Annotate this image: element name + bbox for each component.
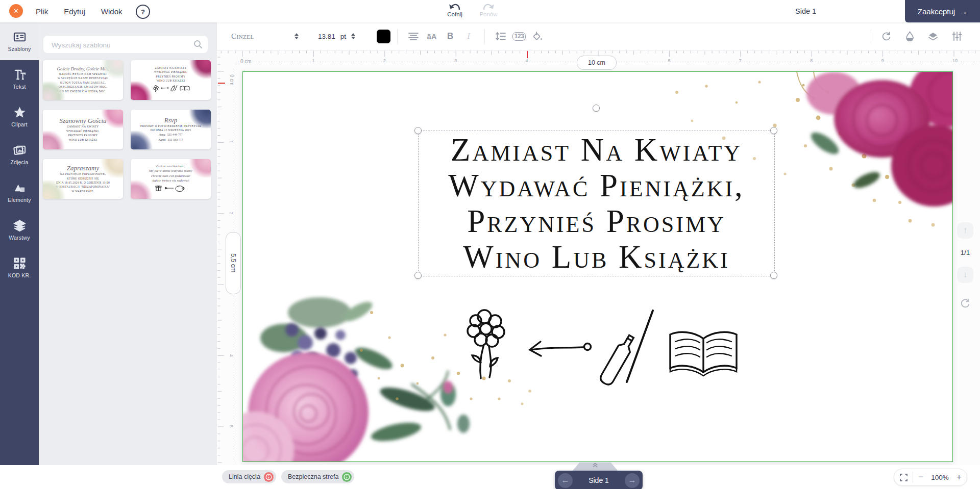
font-size-control[interactable]: 13.81 pt bbox=[318, 33, 355, 40]
text-color-swatch[interactable] bbox=[377, 30, 390, 43]
floral-corner-decoration bbox=[188, 60, 211, 79]
ruler-h-number: 6 bbox=[668, 58, 670, 63]
selection-handle-top-right[interactable] bbox=[770, 127, 777, 134]
font-size-unit: pt bbox=[340, 33, 346, 40]
current-side-label: Side 1 bbox=[795, 0, 816, 22]
qrcode-icon bbox=[13, 257, 26, 270]
font-size-value: 13.81 bbox=[318, 33, 335, 40]
sidebar-item-warstwy[interactable]: Warstwy bbox=[0, 211, 39, 249]
template-thumbnail-6[interactable]: Goście nasi kochani,My już w domu wszyst… bbox=[131, 159, 211, 199]
numbered-list-icon: 123 bbox=[512, 32, 526, 41]
rose-flower bbox=[243, 352, 369, 461]
align-center-button[interactable] bbox=[404, 27, 423, 45]
canvas-text-line: Zamiast Na Kwiaty bbox=[448, 132, 745, 168]
sidebar-item-clipart[interactable]: Clipart bbox=[0, 98, 39, 136]
sidebar-item-kod-kr[interactable]: KOD KR. bbox=[0, 249, 39, 287]
selection-handle-top-left[interactable] bbox=[414, 127, 422, 134]
layers-icon bbox=[928, 32, 938, 41]
ruler-h-number: 10 bbox=[952, 58, 958, 63]
photos-icon bbox=[13, 144, 26, 157]
canvas-text: Zamiast Na KwiatyWydawać Pieniążki,Przyn… bbox=[448, 132, 745, 275]
sidebar: Szablony Tekst Clipart Zdjęcia Elementy … bbox=[0, 22, 39, 489]
fill-color-button[interactable] bbox=[528, 27, 547, 45]
rotation-handle[interactable] bbox=[593, 105, 600, 112]
accept-button[interactable]: Zaakceptuj → bbox=[905, 0, 980, 22]
numbered-list-button[interactable]: 123 bbox=[510, 27, 528, 45]
layers-icon bbox=[13, 219, 26, 232]
search-input[interactable] bbox=[51, 36, 190, 54]
zoom-level: 100% bbox=[928, 474, 951, 481]
refresh-icon bbox=[960, 298, 970, 308]
selected-text-element[interactable]: Zamiast Na KwiatyWydawać Pieniążki,Przyn… bbox=[418, 131, 775, 276]
fit-screen-button[interactable] bbox=[894, 474, 913, 481]
next-side-button[interactable]: → bbox=[625, 473, 640, 488]
selection-handle-bottom-right[interactable] bbox=[770, 272, 777, 279]
refresh-button[interactable] bbox=[960, 298, 970, 311]
page-down-button[interactable]: ↓ bbox=[957, 267, 973, 283]
menu-plik[interactable]: Plik bbox=[36, 7, 48, 16]
selection-handle-bottom-left[interactable] bbox=[414, 272, 422, 279]
template-thumbnail-3[interactable]: Szanowny GościuZAMIAST NA KWIATYWYDAWAĆ … bbox=[43, 110, 123, 149]
opacity-button[interactable] bbox=[900, 27, 919, 45]
template-heading: Zapraszamy bbox=[67, 165, 100, 172]
vertical-ruler[interactable] bbox=[217, 50, 226, 465]
templates-panel: Goście Drodzy, Goście Mili,RADOŚĆ BYŚCIE… bbox=[39, 22, 217, 489]
ruler-v-zero-label: 0 cm bbox=[228, 74, 236, 86]
redo-icon bbox=[482, 3, 495, 11]
sidebar-item-tekst[interactable]: Tekst bbox=[0, 60, 39, 98]
line-art-icons[interactable] bbox=[450, 305, 746, 387]
sidebar-item-elementy[interactable]: Elementy bbox=[0, 173, 39, 211]
template-thumbnail-2[interactable]: ZAMIAST NA KWIATYWYDAWAĆ PIENIĄŻKI,PRZYN… bbox=[131, 60, 211, 100]
help-button[interactable]: ? bbox=[136, 5, 150, 19]
template-thumbnail-1[interactable]: Goście Drodzy, Goście Mili,RADOŚĆ BYŚCIE… bbox=[43, 60, 123, 100]
template-thumbnail-4[interactable]: RsvpPROSIMY O POTWIERDZENIE PRZYBYCIADO … bbox=[131, 110, 211, 149]
page-height-pill: 5,5 cm bbox=[226, 232, 241, 294]
zoom-out-button[interactable]: − bbox=[913, 472, 928, 482]
letter-case-button[interactable]: āA bbox=[423, 27, 441, 45]
side-switcher-label: Side 1 bbox=[589, 476, 609, 484]
menu-widok[interactable]: Widok bbox=[101, 7, 122, 16]
safe-zone-info-icon[interactable] bbox=[342, 472, 352, 482]
rotate-icon bbox=[881, 32, 891, 41]
adjust-button[interactable] bbox=[947, 27, 966, 45]
zoom-in-button[interactable]: + bbox=[951, 472, 967, 482]
template-thumbnail-5[interactable]: ZapraszamyNA PRZYJĘCIE POPRAWINOWE,KTÓRE… bbox=[43, 159, 123, 199]
open-book-icon bbox=[670, 332, 737, 376]
zoom-controls: − 100% + bbox=[894, 469, 967, 486]
sliders-icon bbox=[952, 32, 962, 41]
close-button[interactable]: ✕ bbox=[9, 4, 23, 18]
arrow-up-icon: ↑ bbox=[963, 225, 968, 236]
undo-button[interactable]: Cofnij bbox=[440, 2, 469, 17]
page-up-button[interactable]: ↑ bbox=[957, 222, 973, 239]
floral-corner-decoration bbox=[131, 131, 153, 149]
safe-zone-toggle[interactable]: Bezpieczna strefa bbox=[281, 470, 354, 483]
text-toolbar: Cinzel 13.81 pt āA B I 123 bbox=[217, 22, 980, 50]
sheet-drawer-tab[interactable] bbox=[572, 462, 618, 471]
cut-line-toggle[interactable]: Linia cięcia bbox=[222, 470, 276, 483]
ruler-v-number: 1 bbox=[229, 141, 234, 143]
wine-book-mini-icons bbox=[152, 84, 190, 92]
templates-icon bbox=[13, 31, 26, 43]
arrow-right-icon: → bbox=[628, 476, 636, 485]
layers-order-button[interactable] bbox=[924, 27, 942, 45]
redo-button[interactable]: Ponów bbox=[474, 2, 503, 17]
bold-button[interactable]: B bbox=[441, 27, 459, 45]
cut-line-info-icon[interactable] bbox=[264, 472, 274, 482]
template-heading: Szanowny Gościu bbox=[59, 117, 106, 124]
flower-bouquet-icon bbox=[468, 310, 504, 378]
font-select[interactable]: Cinzel bbox=[231, 32, 299, 41]
sidebar-item-szablony[interactable]: Szablony bbox=[0, 22, 39, 60]
template-grid: Goście Drodzy, Goście Mili,RADOŚĆ BYŚCIE… bbox=[43, 60, 213, 199]
text-icon bbox=[13, 68, 26, 81]
italic-button[interactable]: I bbox=[459, 27, 478, 45]
canvas-text-line: Wydawać Pieniążki, bbox=[448, 168, 745, 203]
sidebar-item-zdjęcia[interactable]: Zdjęcia bbox=[0, 136, 39, 173]
ruler-h-cursor-mark bbox=[527, 51, 528, 58]
line-spacing-button[interactable] bbox=[492, 27, 510, 45]
chevron-up-icon bbox=[592, 462, 598, 468]
previous-side-button[interactable]: ← bbox=[558, 473, 573, 488]
rotate-button[interactable] bbox=[877, 27, 895, 45]
design-page[interactable]: Zamiast Na KwiatyWydawać Pieniążki,Przyn… bbox=[242, 71, 953, 462]
menu-edytuj[interactable]: Edytuj bbox=[64, 7, 85, 16]
wine-bottle-icon bbox=[599, 333, 638, 387]
